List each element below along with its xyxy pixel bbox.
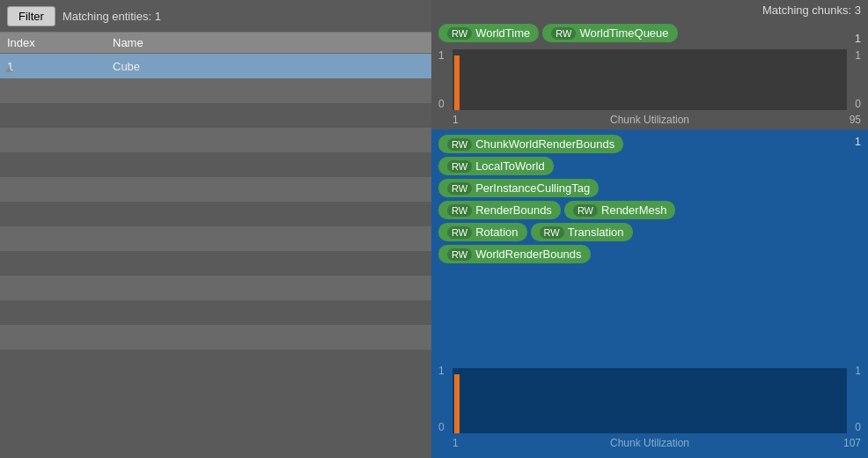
tag-label: ChunkWorldRenderBounds: [475, 137, 614, 151]
filter-button[interactable]: Filter: [7, 6, 55, 26]
tag-translation: RW Translation: [531, 223, 633, 241]
table-row-empty: [0, 300, 431, 325]
tag-worldtime: RW WorldTime: [438, 24, 539, 42]
table-row-empty: [0, 103, 431, 128]
rw-badge: RW: [447, 182, 472, 195]
sidebar-numbers: ▲: [0, 56, 44, 81]
rw-badge: RW: [447, 248, 472, 261]
blue-chart-bar-bg: [452, 368, 847, 433]
matching-entities-label: Matching entities: 1: [63, 10, 161, 23]
top-chart-area: 1 0 1 0 1 Chunk Utilization 95: [431, 46, 868, 129]
blue-section: 1 RW ChunkWorldRenderBounds RW LocalToWo…: [431, 129, 868, 458]
rw-badge: RW: [447, 138, 472, 151]
col-index-header: Index: [0, 33, 106, 53]
table-header: Index Name: [0, 32, 431, 54]
right-panel: Matching chunks: 3 RW WorldTime RW World…: [431, 0, 868, 458]
rw-badge: RW: [540, 226, 564, 239]
blue-tags-row5: RW Rotation RW Translation: [438, 223, 861, 241]
table-row[interactable]: 1 Cube: [0, 54, 431, 78]
rw-badge: RW: [447, 27, 472, 40]
blue-tags-row4: RW RenderBounds RW RenderMesh: [438, 201, 861, 219]
tag-rotation: RW Rotation: [438, 223, 527, 241]
blue-chart-left-top: 1: [438, 365, 445, 377]
blue-chart-area: 1 0 1 0 1 Chunk Utilization 107: [438, 365, 861, 453]
tag-label: Rotation: [475, 225, 518, 239]
top-gray-section: Matching chunks: 3 RW WorldTime RW World…: [431, 0, 868, 129]
rw-badge: RW: [447, 204, 472, 217]
blue-chart-right-top: 1: [855, 365, 861, 377]
right-value-1: 1: [855, 32, 861, 45]
tag-label: PerInstanceCullingTag: [475, 181, 590, 195]
blue-chunk-util-label: Chunk Utilization: [610, 437, 689, 449]
cell-name: Cube: [106, 56, 431, 77]
chart-left-top: 1: [438, 49, 445, 62]
table-row-empty: [0, 152, 431, 177]
blue-tags-row: RW ChunkWorldRenderBounds: [438, 135, 861, 153]
chunk-util-end: 95: [850, 114, 861, 126]
table-row-empty: [0, 276, 431, 300]
tag-label: WorldTime: [475, 26, 530, 40]
chart-bar-orange: [454, 55, 460, 110]
right-header: Matching chunks: 3: [431, 0, 868, 20]
tag-label: Translation: [568, 225, 624, 239]
tag-localtoworld: RW LocalToWorld: [438, 157, 554, 175]
tag-chunkworldrenderbounds: RW ChunkWorldRenderBounds: [438, 135, 623, 153]
col-name-header: Name: [106, 33, 431, 53]
blue-tags-row3: RW PerInstanceCullingTag: [438, 179, 861, 197]
blue-tags-row6: RW WorldRenderBounds: [438, 245, 861, 263]
chunk-util-start: 1: [452, 114, 459, 126]
rw-badge: RW: [447, 226, 472, 239]
rw-badge: RW: [551, 27, 576, 40]
tag-perinstancecullingtag: RW PerInstanceCullingTag: [438, 179, 599, 197]
tag-rendermesh: RW RenderMesh: [564, 201, 676, 219]
blue-chunk-util-start: 1: [452, 437, 459, 449]
top-tags-row: RW WorldTime RW WorldTimeQueue 1: [431, 20, 868, 46]
tag-worldtimequeue: RW WorldTimeQueue: [542, 24, 677, 42]
table-row-empty: [0, 128, 431, 152]
tag-label: WorldTimeQueue: [579, 26, 668, 40]
matching-chunks-label: Matching chunks: 3: [762, 4, 861, 17]
top-bar: Filter Matching entities: 1: [0, 0, 431, 32]
blue-chart-bar: [454, 374, 460, 433]
tag-label: RenderBounds: [475, 203, 552, 217]
table-row-empty: [0, 350, 431, 374]
table-body: 1 Cube: [0, 54, 431, 458]
table-row-empty: [0, 78, 431, 103]
rw-badge: RW: [573, 204, 598, 217]
tag-label: LocalToWorld: [475, 159, 545, 173]
table-row-empty: [0, 177, 431, 202]
sidebar-num: ▲: [0, 56, 44, 81]
chart-right-top: 1: [855, 49, 861, 62]
blue-right-value: 1: [855, 135, 861, 148]
tag-label: WorldRenderBounds: [475, 247, 581, 261]
tag-renderbounds: RW RenderBounds: [438, 201, 561, 219]
chart-left-bottom: 0: [438, 98, 445, 110]
chunk-util-label: Chunk Utilization: [610, 114, 689, 126]
blue-chunk-util-end: 107: [843, 437, 861, 449]
table-row-empty: [0, 202, 431, 226]
left-panel: Filter Matching entities: 1 Index Name 1…: [0, 0, 431, 458]
chart-bar-bg: [452, 49, 847, 110]
tag-label: RenderMesh: [601, 203, 666, 217]
rw-badge: RW: [447, 160, 472, 173]
blue-tags-row2: RW LocalToWorld: [438, 157, 861, 175]
blue-chart-left-bottom: 0: [438, 421, 445, 433]
tag-worldrenderbounds: RW WorldRenderBounds: [438, 245, 591, 263]
table-row-empty: [0, 251, 431, 276]
table-row-empty: [0, 325, 431, 350]
table-row-empty: [0, 226, 431, 251]
chart-right-bottom: 0: [855, 98, 861, 110]
blue-chart-right-bottom: 0: [855, 421, 861, 433]
